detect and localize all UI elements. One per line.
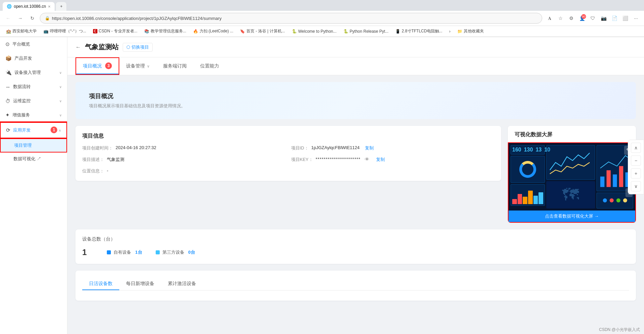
more-btn[interactable]: ··· [631, 13, 641, 23]
sidebar-item-platform[interactable]: ⊙ 平台概览 [0, 37, 67, 51]
switch-project-btn[interactable]: ⬡ 切换项目 [123, 43, 153, 52]
bar-5 [533, 196, 538, 204]
bookmark-icon-csdn: C [93, 29, 97, 33]
tab-label-service-sub: 服务端订阅 [163, 63, 187, 69]
bookmark-leetcode[interactable]: 🔥 力扣 (LeetCode) ... [190, 27, 236, 35]
bookmark-python[interactable]: 🐍 Welcome to Python... [289, 28, 339, 35]
project-id-value: 1pJGZAylqcFBlWtE1124 [311, 145, 360, 150]
dot-own [107, 250, 111, 254]
viz-preview-wrapper: 160 130 13 [508, 142, 636, 223]
arrow-icon-device: ∨ [59, 71, 62, 75]
other-bookmarks[interactable]: 📁 其他收藏夹 [455, 27, 487, 35]
activity-tab-new[interactable]: 每日新增设备 [119, 277, 161, 290]
activity-card: 日活设备数 每日新增设备 累计激活设备 [75, 271, 636, 301]
device-type-third-label: 第三方设备 [162, 249, 184, 255]
back-browser-btn[interactable]: ← [3, 13, 13, 23]
bookmark-csdn[interactable]: C CSDN - 专业开发者... [90, 27, 140, 35]
bookmark-icon-tft: 📱 [395, 29, 400, 34]
scroll-minus-btn[interactable]: − [631, 156, 641, 166]
device-type-own-value: 1台 [135, 249, 142, 255]
read-mode-btn[interactable]: 𝐀 [545, 13, 554, 23]
create-time-value: 2024-04-16 20:27:32 [116, 145, 156, 150]
tab-location[interactable]: 位置能力 [193, 58, 226, 74]
svg-point-8 [623, 198, 627, 202]
key-label: 项目KEY： [291, 157, 313, 163]
browser-tab-new[interactable]: + [56, 2, 66, 11]
bookmark-xiyou[interactable]: 🏫 西安邮电大学 [3, 27, 39, 35]
tab-badge-overview: 3 [105, 62, 112, 69]
capture-btn[interactable]: 📷 [599, 13, 608, 23]
copy-key-btn[interactable]: 复制 [376, 157, 385, 163]
sidebar-sub-item-data-viz[interactable]: 数据可视化 ↗ [0, 152, 67, 165]
extension-btn-2[interactable]: 👤 90 [577, 13, 587, 23]
bookmark-label-bilibili: 哔哩哔哩（°-°）つ... [50, 28, 86, 34]
bookmark-education[interactable]: 📚 教学管理信息服务... [142, 27, 189, 35]
svg-point-7 [616, 198, 620, 202]
sidebar-item-product[interactable]: 📦 产品开发 [0, 51, 67, 65]
two-col-section: 项目信息 项目创建时间： 2024-04-16 20:27:32 项目ID： 1… [75, 126, 636, 223]
star-btn[interactable]: ☆ [556, 13, 565, 23]
bar-2 [518, 194, 522, 204]
project-info-card: 项目信息 项目创建时间： 2024-04-16 20:27:32 项目ID： 1… [75, 126, 501, 181]
tab-overview[interactable]: 项目概况 3 [75, 57, 119, 75]
sidebar-item-data-flow[interactable]: ↔ 数据流转 ∨ [0, 80, 67, 94]
viz-panel-1: 160 130 13 [511, 145, 545, 155]
back-btn[interactable]: ← [75, 44, 81, 50]
viz-col: 可视化数据大屏 160 [508, 126, 636, 223]
device-type-own-label: 自有设备 [114, 249, 131, 255]
reader-btn[interactable]: 📄 [610, 13, 619, 23]
extension-btn-1[interactable]: ⚙ [566, 13, 576, 23]
sidebar-sub-item-project-mgmt[interactable]: 项目管理 [0, 138, 67, 152]
project-info-title: 项目信息 [82, 133, 494, 140]
sidebar-item-app-dev[interactable]: ⟳ 应用开发 1 ∧ [0, 122, 67, 138]
bookmark-tft[interactable]: 📱 2.8寸TFTLCD电阻触... [393, 27, 445, 35]
scroll-down-btn[interactable]: ∨ [631, 181, 641, 191]
chevron-down-icon: ∨ [147, 64, 150, 68]
sidebar: ⊙ 平台概览 📦 产品开发 🔌 设备接入管理 ∨ ↔ 数据流转 ∨ [0, 37, 67, 334]
split-btn[interactable]: ⬜ [620, 13, 630, 23]
bookmark-luogu[interactable]: 🔖 首页 - 洛谷 | 计算机... [237, 27, 287, 35]
svg-rect-0 [600, 176, 604, 187]
more-bookmarks-btn[interactable]: › [447, 28, 453, 35]
shield-btn[interactable]: 🛡 [588, 13, 597, 23]
bookmark-bilibili[interactable]: 📺 哔哩哔哩（°-°）つ... [41, 27, 89, 35]
value-icon: ✦ [5, 112, 10, 118]
tab-service-sub[interactable]: 服务端订阅 [156, 58, 193, 74]
sidebar-item-ops-monitor[interactable]: ⏱ 运维监控 ∨ [0, 94, 67, 108]
sidebar-item-value-added[interactable]: ✦ 增值服务 ∨ [0, 108, 67, 122]
desc-value: 气象监测 [107, 157, 124, 163]
viz-footer-btn[interactable]: 点击查看数据可视化大屏 → [509, 211, 635, 222]
sidebar-item-device-access[interactable]: 🔌 设备接入管理 ∨ [0, 65, 67, 80]
browser-chrome: 🌐 open.iot.10086.cn ✕ + ← → ↻ 🔒 https://… [0, 0, 644, 37]
activity-tab-cumulative[interactable]: 累计激活设备 [161, 277, 203, 290]
sidebar-label-ops: 运维监控 [13, 98, 31, 104]
tab-close-btn[interactable]: ✕ [48, 5, 51, 8]
address-bar[interactable]: 🔒 https://open.iot.10086.cn/console/appl… [40, 13, 542, 24]
tab-device-mgmt[interactable]: 设备管理 ∨ [119, 58, 156, 74]
reload-btn[interactable]: ↻ [28, 13, 37, 23]
viz-num-1: 160 [512, 147, 521, 153]
viz-preview[interactable]: 160 130 13 [509, 143, 635, 211]
device-type-own: 自有设备 1台 [107, 249, 142, 255]
forward-browser-btn[interactable]: → [16, 13, 25, 23]
activity-tab-cumulative-label: 累计激活设备 [168, 281, 196, 286]
scroll-plus-btn[interactable]: + [631, 168, 641, 178]
viz-bar-chart [512, 187, 543, 204]
banner-title: 项目概况 [89, 92, 622, 100]
viz-num-2: 130 [524, 147, 533, 153]
desc-label: 项目描述： [82, 157, 104, 163]
platform-icon: ⊙ [5, 41, 10, 47]
bookmark-python-release[interactable]: 🐍 Python Release Pyt... [341, 28, 391, 35]
browser-tab-active[interactable]: 🌐 open.iot.10086.cn ✕ [3, 2, 55, 11]
activity-tab-daily-label: 日活设备数 [89, 281, 113, 286]
info-location: 位置信息： - [82, 168, 286, 174]
arrow-icon-ops: ∨ [59, 99, 62, 103]
sidebar-label-value: 增值服务 [12, 112, 30, 118]
scroll-up-btn[interactable]: ∧ [631, 143, 641, 153]
location-label: 位置信息： [82, 168, 104, 174]
sidebar-label-platform: 平台概览 [12, 41, 30, 47]
map-icon: 🗺 [562, 185, 579, 204]
activity-tab-daily[interactable]: 日活设备数 [82, 277, 119, 290]
eye-icon[interactable]: 👁 [365, 157, 369, 162]
copy-id-btn[interactable]: 复制 [365, 145, 374, 151]
